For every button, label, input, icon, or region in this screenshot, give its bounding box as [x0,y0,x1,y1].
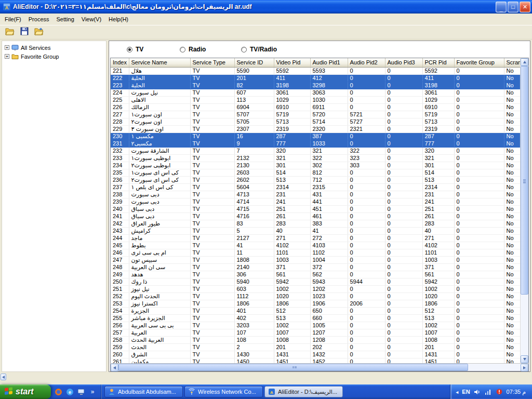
col-scrambled[interactable]: Scrambl [504,58,520,67]
horizontal-scroll-thumb[interactable] [118,364,468,371]
table-row[interactable]: 221هلالTV5590559255930055920No [111,67,520,74]
internet-explorer-icon[interactable]: e [65,388,74,396]
radio-unselected-icon[interactable] [241,47,247,52]
table-row[interactable]: 257العربيةTV107100712070010070No [111,329,520,336]
cell-audio-pid2: 0 [348,183,385,191]
table-row[interactable]: 255الجزيرة مباشرTV402513660005130No [111,314,520,322]
menu-setting[interactable]: Setting [53,15,78,23]
table-row[interactable]: 223الحلبةTV82319832980031980No [111,82,520,89]
table-row[interactable]: 229اون سبورت ٣TV2307231923202321023190No [111,125,520,132]
table-row[interactable]: 228اون سبورت٢TV5705571357145727057130No [111,118,520,125]
table-row[interactable]: 234ابوظبى سبورت٢TV213030130230303010No [111,162,520,169]
vertical-scrollbar[interactable] [520,58,528,363]
scroll-down-button[interactable] [521,355,528,363]
col-service-type[interactable]: Service Type [190,58,234,67]
table-row[interactable]: 251نيل نيوزTV603100212020010020No [111,285,520,292]
table-row[interactable]: 235كى اس اى سبورت١TV2603514812005140No [111,169,520,176]
table-row[interactable]: 230مكسبى ١TV16287387002870No [111,132,520,140]
open-file-button[interactable] [3,26,16,38]
table-row[interactable]: 240دبى سباقTV4715251451002510No [111,205,520,212]
col-index[interactable]: Index [111,58,129,67]
table-row[interactable]: 250ذا روكTV5940594259435944059420No [111,278,520,285]
scroll-up-button[interactable] [521,58,528,66]
table-row[interactable]: 241دبى سباقTV4716261461002610No [111,212,520,220]
table-row[interactable]: 227اون سبورت١TV5707571957205721057190No [111,111,520,118]
volume-icon[interactable] [474,388,481,395]
table-row[interactable]: 249هدهدTV306561562005610No [111,271,520,278]
table-row[interactable]: 261مكملينTV1450145114520014510No [111,358,520,363]
vertical-scroll-thumb[interactable] [521,66,528,295]
scroll-right-button[interactable] [521,364,528,371]
menu-file[interactable]: File(F) [1,15,25,23]
col-pcr-pid[interactable]: PCR Pid [422,58,454,67]
radio-selected-icon[interactable] [127,47,132,52]
table-row[interactable]: 226الزمالكTV6904691069110069100No [111,103,520,111]
horizontal-scroll-track[interactable] [118,364,521,371]
table-row[interactable]: 239دبى سبورتTV4714241441002410No [111,198,520,205]
col-audio-pid1[interactable]: Audio Pid1 [310,58,348,67]
table-row[interactable]: 253اكسترا نيوزTV1806180619062006018060No [111,300,520,307]
table-row[interactable]: 222الحلبةTV201411412004110No [111,74,520,82]
save-file-button[interactable] [18,26,31,38]
radio-tv[interactable]: TV [127,46,180,53]
table-row[interactable]: 237كى اس اى بلص ١TV5604231423150023140No [111,183,520,191]
tree-item-all-services[interactable]: + All Services [3,43,105,52]
col-audio-pid3[interactable]: Audio Pid3 [385,58,422,67]
tray-collapse-icon[interactable]: ◂ [456,389,458,395]
table-row[interactable]: 238دبى سبورتTV4713231431002310No [111,191,520,198]
firefox-icon[interactable] [54,388,62,396]
taskbar-button-wireless[interactable]: Wireless Network Co... [184,386,263,397]
export-file-button[interactable] [32,26,45,38]
table-row[interactable]: 247سبيس تونTV1808100310040010030No [111,256,520,263]
table-row[interactable]: 243كراميشTV5404100400No [111,227,520,234]
col-favorite-group[interactable]: Favorite Group [454,58,504,67]
close-button[interactable]: ✕ [520,2,530,12]
titlebar[interactable]: A AliEditor - D:\الملف\مسلم١١=٣=٢٠٢١\c\ا… [0,0,532,14]
col-video-pid[interactable]: Video Pid [274,58,310,67]
maximize-button[interactable]: □ [508,2,518,12]
table-row[interactable]: 244ماجدTV2127271272002710No [111,234,520,242]
table-row[interactable]: 248سى ان العربيةTV2140371372003710No [111,263,520,271]
table-row[interactable]: 246ام بى سى ثرىTV11110111020011010No [111,249,520,256]
expand-plus-icon[interactable]: + [5,54,9,59]
security-alert-icon[interactable] [496,388,503,395]
table-row[interactable]: 256بى بى سى العربيةTV3203100210050010020… [111,322,520,329]
table-row[interactable]: 245بطوطTV41410241030041020No [111,242,520,249]
col-service-id[interactable]: Service ID [234,58,274,67]
radio-unselected-icon[interactable] [180,47,185,52]
horizontal-scrollbar[interactable] [110,363,529,371]
quick-launch-chevron-icon[interactable]: » [88,388,97,396]
scroll-left-button[interactable] [111,364,118,371]
wireless-signal-icon[interactable] [485,388,492,395]
taskbar-button-alieditor[interactable]: A AliEditor - D:\الريسيف... [264,386,343,397]
taskbar-button-abdulbasit[interactable]: Abdulbasit Abdulsam... [104,386,183,397]
menu-help[interactable]: Help(H) [105,15,132,23]
table-row[interactable]: 259الحدثTV2201202002010No [111,343,520,351]
language-indicator[interactable]: EN [462,389,470,395]
col-audio-pid2[interactable]: Audio Pid2 [348,58,385,67]
radio-radio[interactable]: Radio [180,46,241,53]
window-scroll-stub[interactable] [1,374,6,380]
expand-plus-icon[interactable]: + [5,45,9,50]
table-row[interactable]: 225الاهلىTV113102910300010290No [111,96,520,103]
table-row[interactable]: 242طيور العراقTV83283383002830No [111,220,520,227]
clock[interactable]: 07:35 م [507,389,526,395]
start-button[interactable]: start [0,384,51,399]
show-desktop-icon[interactable] [77,388,85,396]
menu-view[interactable]: View(V) [78,15,105,23]
table-row[interactable]: 236كى اس اى سبورت٢TV2602513712005130No [111,176,520,183]
table-row[interactable]: 231مكسبى٢TV97771033007770No [111,140,520,147]
table-row[interactable]: 233ابوظبى سبورت١TV213232132232303210No [111,154,520,162]
table-row[interactable]: 224نيل سبورتTV607306130630030610No [111,89,520,96]
minimize-button[interactable]: _ [496,2,507,12]
table-row[interactable]: 252الحدث اليومTV1112102010230010200No [111,292,520,300]
tree-item-favorite-group[interactable]: + Favorite Group [3,52,105,61]
col-service-name[interactable]: Service Name [129,58,190,67]
table-row[interactable]: 232الشارقة سبورتTV732032132203200No [111,147,520,154]
table-row[interactable]: 258العربية الحدثTV108100812080010080No [111,336,520,343]
table-row[interactable]: 260الشرقTV1430143114320014310No [111,351,520,358]
menu-process[interactable]: Process [25,15,53,23]
table-row[interactable]: 254الجزيرةTV401512650005120No [111,307,520,314]
vertical-scroll-track[interactable] [521,66,528,355]
radio-tv-radio[interactable]: TV/Radio [241,46,277,53]
